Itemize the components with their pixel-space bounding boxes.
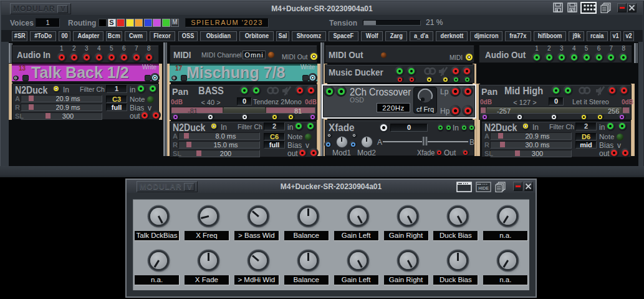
svg-text:HIDE: HIDE <box>478 186 489 190</box>
